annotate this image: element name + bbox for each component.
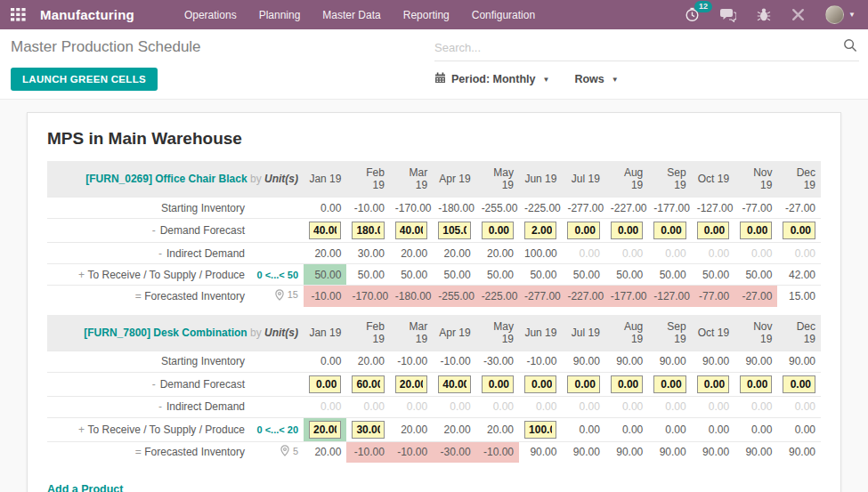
demand-forecast-input[interactable] xyxy=(611,375,643,393)
forecasted-inventory-cell: -77.00 xyxy=(692,286,734,307)
row-label: +To Receive / To Supply / Produce xyxy=(47,264,250,286)
demand-forecast-input[interactable] xyxy=(524,222,556,239)
demand-forecast-cell xyxy=(562,219,604,243)
demand-forecast-input[interactable] xyxy=(352,222,384,239)
starting-inventory-cell: -227.00 xyxy=(605,198,648,219)
activities-clock-icon[interactable]: 12 xyxy=(685,7,700,22)
row-label: Starting Inventory xyxy=(47,198,250,219)
demand-forecast-input[interactable] xyxy=(740,375,772,393)
demand-forecast-input[interactable] xyxy=(482,375,514,393)
launch-green-cells-button[interactable]: LAUNCH GREEN CELLS xyxy=(11,68,158,91)
row-forecasted: =Forecasted Inventory520.00-10.00-10.00-… xyxy=(47,441,821,463)
row-indicator-cell: 15 xyxy=(250,286,304,307)
forecasted-inventory-cell: 90.00 xyxy=(562,441,604,463)
rows-filter-label: Rows xyxy=(574,73,604,85)
month-header: Nov 19 xyxy=(734,161,777,198)
product-header-cell: [FURN_7800] Desk Combination by Unit(s) xyxy=(47,315,304,351)
demand-forecast-input[interactable] xyxy=(783,375,815,393)
search-input[interactable] xyxy=(434,41,843,54)
starting-inventory-cell: 90.00 xyxy=(562,351,604,372)
demand-forecast-input[interactable] xyxy=(783,222,815,239)
user-menu[interactable]: ▼ xyxy=(825,5,856,24)
starting-inventory-cell: -10.00 xyxy=(433,351,475,372)
apps-grid-icon[interactable] xyxy=(11,8,26,21)
demand-forecast-input[interactable] xyxy=(395,375,427,393)
period-filter[interactable]: Period: Monthly ▼ xyxy=(434,72,549,86)
month-header: Jan 19 xyxy=(304,161,346,198)
demand-forecast-cell xyxy=(605,372,648,396)
row-prefix: - xyxy=(154,400,166,413)
demand-forecast-cell xyxy=(777,372,821,396)
demand-forecast-input[interactable] xyxy=(567,222,599,239)
product-link[interactable]: [FURN_7800] Desk Combination xyxy=(84,327,247,339)
forecasted-inventory-cell: -225.00 xyxy=(476,286,519,307)
bug-icon[interactable] xyxy=(757,7,771,22)
to-replenish-input[interactable] xyxy=(524,421,556,439)
location-count: 15 xyxy=(288,289,298,300)
row-label: -Demand Forecast xyxy=(47,219,250,243)
row-prefix: - xyxy=(148,224,160,237)
demand-forecast-input[interactable] xyxy=(309,222,341,239)
month-header: Apr 19 xyxy=(433,161,475,198)
to-replenish-input[interactable] xyxy=(309,421,341,439)
demand-forecast-input[interactable] xyxy=(395,222,427,239)
indirect-demand-cell: 0.00 xyxy=(304,396,346,417)
indirect-demand-cell: 0.00 xyxy=(605,243,648,264)
demand-forecast-input[interactable] xyxy=(697,222,729,239)
row-indicator-cell xyxy=(250,396,304,417)
demand-forecast-cell xyxy=(476,219,519,243)
product-link[interactable]: [FURN_0269] Office Chair Black xyxy=(85,173,247,185)
demand-forecast-input[interactable] xyxy=(567,375,599,393)
menu-master-data[interactable]: Master Data xyxy=(322,9,380,21)
forecasted-inventory-cell: 90.00 xyxy=(605,441,648,463)
indirect-demand-cell: 0.00 xyxy=(692,396,734,417)
app-title[interactable]: Manufacturing xyxy=(40,7,134,22)
menu-operations[interactable]: Operations xyxy=(184,9,237,21)
month-header: Dec 19 xyxy=(777,161,821,198)
demand-forecast-input[interactable] xyxy=(438,222,470,239)
indirect-demand-cell: 0.00 xyxy=(734,396,777,417)
demand-forecast-input[interactable] xyxy=(352,375,384,393)
demand-forecast-cell xyxy=(390,219,433,243)
row-prefix: = xyxy=(132,290,144,302)
row-indicator-cell: 0 <...< 20 xyxy=(250,417,304,441)
row-prefix: - xyxy=(154,247,166,260)
add-product-link[interactable]: Add a Product xyxy=(47,483,123,492)
indirect-demand-cell: 20.00 xyxy=(433,243,475,264)
month-header: Feb 19 xyxy=(346,161,389,198)
demand-forecast-input[interactable] xyxy=(309,375,341,393)
product-by-label: by xyxy=(247,327,264,339)
replenish-range-label: 0 <...< 20 xyxy=(257,424,298,435)
month-header: Jan 19 xyxy=(304,315,346,351)
rows-filter[interactable]: Rows ▼ xyxy=(574,73,618,85)
demand-forecast-input[interactable] xyxy=(697,375,729,393)
demand-forecast-input[interactable] xyxy=(524,375,556,393)
demand-forecast-input[interactable] xyxy=(611,222,643,239)
demand-forecast-cell xyxy=(304,219,346,243)
indirect-demand-cell: 100.00 xyxy=(519,243,562,264)
month-header: Nov 19 xyxy=(734,315,777,351)
demand-forecast-input[interactable] xyxy=(653,222,685,239)
to-replenish-input[interactable] xyxy=(352,421,384,439)
search-icon[interactable] xyxy=(843,38,857,56)
forecasted-inventory-cell: -127.00 xyxy=(648,286,691,307)
developer-tools-icon[interactable] xyxy=(791,8,805,21)
demand-forecast-input[interactable] xyxy=(482,222,514,239)
starting-inventory-cell: 90.00 xyxy=(692,351,734,372)
starting-inventory-cell: -10.00 xyxy=(346,198,389,219)
menu-planning[interactable]: Planning xyxy=(259,9,301,21)
replenish-range-label: 0 <...< 50 xyxy=(257,270,298,280)
messages-icon[interactable] xyxy=(720,8,736,22)
starting-inventory-cell: -225.00 xyxy=(519,198,562,219)
menu-configuration[interactable]: Configuration xyxy=(472,9,535,21)
demand-forecast-input[interactable] xyxy=(438,375,470,393)
to-replenish-cell: 20.00 xyxy=(476,417,519,441)
demand-forecast-input[interactable] xyxy=(740,222,772,239)
row-label-text: Starting Inventory xyxy=(161,355,245,367)
chevron-down-icon: ▼ xyxy=(848,11,856,19)
month-header: Jun 19 xyxy=(519,161,562,198)
demand-forecast-input[interactable] xyxy=(653,375,685,393)
menu-reporting[interactable]: Reporting xyxy=(403,9,450,21)
row-indicator-cell xyxy=(250,198,304,219)
forecasted-inventory-cell: -180.00 xyxy=(390,286,433,307)
